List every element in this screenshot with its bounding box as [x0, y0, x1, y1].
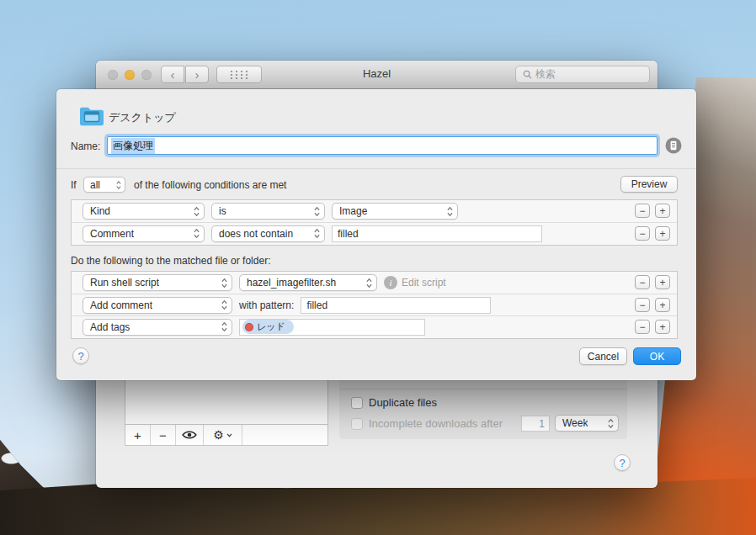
- preferences-help-button[interactable]: ?: [614, 454, 631, 471]
- popup-chevrons-icon: [608, 418, 614, 429]
- attribute-value: Kind: [90, 205, 110, 217]
- pattern-value: filled: [306, 299, 327, 311]
- minus-icon: −: [159, 428, 167, 442]
- remove-action-button[interactable]: −: [635, 275, 650, 289]
- script-name: hazel_imagefilter.sh: [247, 277, 336, 289]
- rule-help-button[interactable]: ?: [72, 347, 89, 364]
- cancel-button[interactable]: Cancel: [579, 347, 627, 365]
- add-condition-button[interactable]: +: [655, 226, 670, 241]
- actions-box: Run shell script hazel_imagefilter.sh i …: [71, 271, 678, 339]
- incomplete-unit-popup[interactable]: Week: [555, 415, 619, 432]
- plus-icon: +: [659, 277, 665, 289]
- minus-icon: −: [639, 228, 645, 240]
- attribute-value: Comment: [90, 228, 134, 240]
- ok-button[interactable]: OK: [633, 347, 681, 365]
- tags-input[interactable]: レッド: [239, 319, 425, 336]
- incomplete-downloads-label: Incomplete downloads after: [369, 417, 503, 430]
- search-icon: [523, 70, 532, 79]
- plus-icon: +: [659, 321, 665, 333]
- remove-condition-button[interactable]: −: [635, 204, 650, 218]
- remove-action-button[interactable]: −: [635, 320, 650, 334]
- eye-icon: [182, 430, 197, 440]
- rule-name-input[interactable]: 画像処理: [107, 136, 658, 155]
- preview-rules-button[interactable]: [176, 425, 204, 445]
- incomplete-downloads-checkbox[interactable]: [351, 418, 363, 430]
- operator-value: is: [219, 205, 226, 217]
- ok-label: OK: [650, 351, 664, 363]
- incomplete-after-value: 1: [539, 418, 545, 430]
- remove-action-button[interactable]: −: [635, 298, 650, 312]
- pattern-input[interactable]: filled: [301, 297, 491, 314]
- incomplete-downloads-row: Incomplete downloads after: [351, 417, 503, 430]
- operator-value: does not contain: [219, 228, 293, 240]
- popup-chevrons-icon: [447, 206, 453, 217]
- row-buttons: − +: [635, 320, 670, 334]
- shell-script-popup[interactable]: hazel_imagefilter.sh: [239, 274, 377, 291]
- row-buttons: − +: [635, 226, 670, 241]
- condition-value-input[interactable]: filled: [332, 225, 542, 242]
- action-row: Add comment with pattern: filled − +: [72, 294, 677, 315]
- condition-attribute-popup[interactable]: Comment: [83, 225, 205, 242]
- popup-chevrons-icon: [314, 206, 320, 217]
- condition-attribute-popup[interactable]: Kind: [83, 203, 205, 220]
- tag-label: レッド: [257, 320, 285, 333]
- edit-script-button[interactable]: i Edit script: [384, 276, 446, 289]
- dialog-divider: [56, 168, 696, 169]
- condition-row: Comment does not contain filled − +: [72, 222, 677, 244]
- condition-row: Kind is Image − +: [72, 200, 677, 222]
- search-input[interactable]: 検索: [515, 66, 650, 83]
- match-mode-value: all: [90, 179, 100, 191]
- condition-operator-popup[interactable]: does not contain: [211, 225, 325, 242]
- titlebar: ‹ › Hazel 検索: [96, 61, 658, 89]
- row-buttons: − +: [635, 298, 670, 312]
- condition-operator-popup[interactable]: is: [211, 203, 325, 220]
- add-condition-button[interactable]: +: [655, 204, 670, 218]
- action-value: Add comment: [90, 299, 152, 311]
- desktop-folder-icon: [79, 105, 104, 126]
- with-pattern-label: with pattern:: [239, 299, 294, 311]
- action-value: Add tags: [90, 321, 130, 333]
- action-row: Run shell script hazel_imagefilter.sh i …: [72, 272, 677, 294]
- match-mode-popup[interactable]: all: [83, 177, 125, 193]
- add-action-button[interactable]: +: [655, 298, 670, 312]
- add-folder-button[interactable]: +: [125, 425, 151, 445]
- action-value: Run shell script: [90, 277, 159, 289]
- preview-button[interactable]: Preview: [620, 176, 678, 193]
- action-type-popup[interactable]: Add comment: [83, 297, 232, 314]
- actions-section-label: Do the following to the matched file or …: [71, 255, 270, 267]
- duplicate-files-row: Duplicate files: [351, 396, 437, 409]
- folder-name-label: デスクトップ: [109, 110, 176, 125]
- minus-icon: −: [639, 321, 645, 333]
- condition-value-popup[interactable]: Image: [332, 203, 458, 220]
- incomplete-after-value-field[interactable]: 1: [521, 416, 550, 432]
- conditions-box: Kind is Image − + Comment: [71, 199, 678, 246]
- search-placeholder: 検索: [535, 67, 556, 82]
- duplicate-files-label: Duplicate files: [369, 396, 437, 409]
- add-action-button[interactable]: +: [655, 320, 670, 334]
- plus-icon: +: [659, 205, 665, 217]
- selected-text: 画像処理: [111, 138, 155, 154]
- name-label: Name:: [71, 140, 100, 152]
- action-type-popup[interactable]: Run shell script: [83, 274, 232, 291]
- add-action-button[interactable]: +: [655, 275, 670, 289]
- cancel-label: Cancel: [588, 351, 619, 363]
- action-type-popup[interactable]: Add tags: [83, 319, 232, 336]
- help-question-mark: ?: [619, 457, 625, 469]
- value: filled: [338, 228, 359, 240]
- popup-chevrons-icon: [221, 299, 227, 310]
- incomplete-unit-value: Week: [562, 417, 588, 429]
- action-menu-button[interactable]: ⚙: [204, 425, 242, 445]
- tag-color-dot-icon: [245, 323, 253, 331]
- plus-icon: +: [659, 228, 665, 240]
- remove-condition-button[interactable]: −: [635, 226, 650, 241]
- remove-folder-button[interactable]: −: [151, 425, 176, 445]
- desktop: ‹ › Hazel 検索: [0, 0, 756, 535]
- popup-chevrons-icon: [366, 278, 372, 289]
- rule-editor-dialog: デスクトップ Name: 画像処理 If all of the followin…: [56, 89, 696, 380]
- tag-token[interactable]: レッド: [242, 320, 294, 334]
- minus-icon: −: [639, 205, 645, 217]
- row-buttons: − +: [635, 204, 670, 218]
- duplicate-files-checkbox[interactable]: [351, 397, 363, 409]
- rule-note-button[interactable]: [665, 137, 682, 154]
- minus-icon: −: [639, 299, 645, 311]
